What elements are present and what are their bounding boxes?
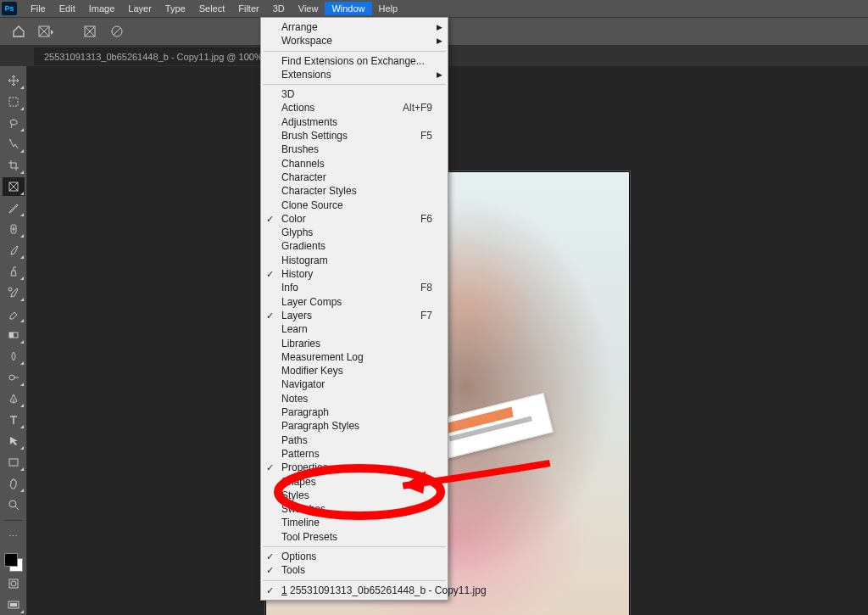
menu-item-glyphs[interactable]: Glyphs	[261, 226, 448, 239]
path-select-tool[interactable]	[3, 432, 25, 450]
rectangle-tool[interactable]	[3, 453, 25, 472]
brush-tool[interactable]	[3, 241, 25, 260]
menu-item-notes[interactable]: Notes	[261, 392, 448, 405]
menu-item-character-styles[interactable]: Character Styles	[261, 184, 448, 198]
history-brush-tool[interactable]	[3, 283, 25, 302]
crop-tool[interactable]	[3, 156, 25, 175]
quick-select-tool[interactable]	[3, 135, 25, 154]
frame-tool[interactable]	[3, 177, 25, 196]
tools-panel: ⋯	[0, 66, 27, 615]
edit-toolbar-icon[interactable]: ⋯	[3, 527, 25, 545]
menu-layer[interactable]: Layer	[121, 2, 159, 15]
menu-item-extensions[interactable]: Extensions▶	[261, 68, 448, 81]
menu-item-paths[interactable]: Paths	[261, 433, 448, 447]
menu-item-gradients[interactable]: Gradients	[261, 239, 448, 253]
hand-tool[interactable]	[3, 474, 25, 493]
menu-item-brushes[interactable]: Brushes	[261, 143, 448, 156]
menu-help[interactable]: Help	[372, 2, 405, 15]
foreground-color-swatch[interactable]	[4, 553, 18, 567]
svg-point-10	[9, 375, 14, 380]
menu-item-properties[interactable]: ✓Properties	[261, 461, 448, 474]
menu-image[interactable]: Image	[82, 2, 122, 15]
eraser-tool[interactable]	[3, 305, 25, 323]
svg-rect-16	[10, 603, 17, 607]
menu-item-3d[interactable]: 3D	[261, 87, 448, 101]
type-tool[interactable]	[3, 411, 25, 429]
window-menu-dropdown: Arrange▶Workspace▶Find Extensions on Exc…	[260, 17, 448, 601]
quick-mask-icon[interactable]	[3, 574, 25, 593]
clone-stamp-tool[interactable]	[3, 262, 25, 281]
menu-item-learn[interactable]: Learn	[261, 322, 448, 336]
menu-item-brush-settings[interactable]: Brush SettingsF5	[261, 129, 448, 143]
menu-item-paragraph[interactable]: Paragraph	[261, 405, 448, 419]
menu-item-arrange[interactable]: Arrange▶	[261, 20, 448, 34]
menu-bar: Ps File Edit Image Layer Type Select Fil…	[0, 0, 868, 17]
color-swatches[interactable]	[4, 553, 23, 572]
menu-filter[interactable]: Filter	[231, 2, 265, 15]
eyedropper-tool[interactable]	[3, 198, 25, 217]
svg-point-14	[11, 581, 16, 586]
menu-item-1-25531091313-0b65261448-b-copy11-jpg[interactable]: ✓1 25531091313_0b65261448_b - Copy11.jpg	[261, 584, 448, 597]
menu-item-actions[interactable]: ActionsAlt+F9	[261, 101, 448, 115]
lasso-tool[interactable]	[3, 114, 25, 132]
menu-item-color[interactable]: ✓ColorF6	[261, 212, 448, 226]
path-mode-icon[interactable]	[80, 21, 100, 42]
svg-rect-9	[9, 333, 14, 338]
menu-item-swatches[interactable]: Swatches	[261, 502, 448, 516]
menu-item-navigator[interactable]: Navigator	[261, 377, 448, 391]
tool-preset-icon[interactable]	[36, 21, 56, 42]
pen-tool[interactable]	[3, 389, 25, 408]
menu-select[interactable]: Select	[192, 2, 232, 15]
menu-item-info[interactable]: InfoF8	[261, 281, 448, 294]
menu-item-shapes[interactable]: Shapes	[261, 475, 448, 489]
menu-item-patterns[interactable]: Patterns	[261, 447, 448, 461]
app-logo: Ps	[2, 2, 17, 15]
home-icon[interactable]	[8, 21, 29, 42]
svg-point-7	[8, 288, 12, 291]
zoom-tool[interactable]	[3, 495, 25, 514]
dodge-tool[interactable]	[3, 368, 25, 387]
menu-type[interactable]: Type	[159, 2, 192, 15]
menu-item-measurement-log[interactable]: Measurement Log	[261, 350, 448, 364]
cancel-icon[interactable]	[107, 21, 127, 42]
marquee-tool[interactable]	[3, 92, 25, 111]
menu-item-character[interactable]: Character	[261, 171, 448, 184]
menu-window[interactable]: Window	[325, 2, 371, 15]
screen-mode-icon[interactable]	[3, 595, 25, 614]
healing-tool[interactable]	[3, 220, 25, 238]
svg-point-4	[9, 139, 11, 141]
menu-item-layers[interactable]: ✓LayersF7	[261, 309, 448, 322]
svg-rect-11	[9, 459, 18, 466]
menu-item-paragraph-styles[interactable]: Paragraph Styles	[261, 419, 448, 433]
menu-item-libraries[interactable]: Libraries	[261, 337, 448, 350]
gradient-tool[interactable]	[3, 326, 25, 344]
menu-item-history[interactable]: ✓History	[261, 267, 448, 281]
menu-item-styles[interactable]: Styles	[261, 489, 448, 502]
menu-item-layer-comps[interactable]: Layer Comps	[261, 295, 448, 309]
menu-item-timeline[interactable]: Timeline	[261, 516, 448, 529]
svg-rect-3	[9, 98, 18, 106]
menu-view[interactable]: View	[292, 2, 326, 15]
move-tool[interactable]	[3, 71, 25, 90]
blur-tool[interactable]	[3, 347, 25, 366]
menu-item-find-extensions-on-exchange[interactable]: Find Extensions on Exchange...	[261, 54, 448, 68]
menu-item-histogram[interactable]: Histogram	[261, 254, 448, 267]
menu-item-options[interactable]: ✓Options	[261, 550, 448, 563]
menu-3d[interactable]: 3D	[266, 2, 292, 15]
menu-item-clone-source[interactable]: Clone Source	[261, 198, 448, 212]
menu-edit[interactable]: Edit	[53, 2, 82, 15]
menu-item-adjustments[interactable]: Adjustments	[261, 115, 448, 129]
menu-file[interactable]: File	[24, 2, 53, 15]
svg-point-12	[9, 500, 16, 507]
menu-item-tools[interactable]: ✓Tools	[261, 563, 448, 577]
menu-item-channels[interactable]: Channels	[261, 157, 448, 171]
menu-item-tool-presets[interactable]: Tool Presets	[261, 530, 448, 544]
menu-item-modifier-keys[interactable]: Modifier Keys	[261, 364, 448, 377]
menu-item-workspace[interactable]: Workspace▶	[261, 34, 448, 48]
